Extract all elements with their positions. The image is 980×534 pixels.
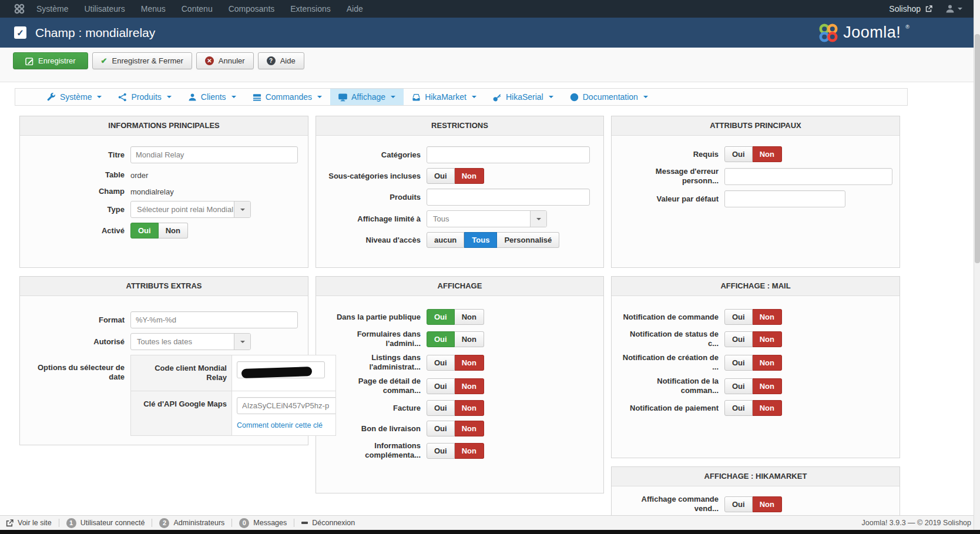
logout-link[interactable]: Déconnexion xyxy=(301,519,355,527)
cancel-button[interactable]: ✕ Annuler xyxy=(196,52,254,69)
non-button[interactable]: Non xyxy=(455,421,484,436)
tab-commandes[interactable]: Commandes xyxy=(244,89,330,105)
non-button[interactable]: Non xyxy=(455,378,484,394)
save-button[interactable]: Enregistrer xyxy=(13,52,88,69)
autorise-select[interactable]: Toutes les dates xyxy=(130,333,251,350)
chevron-down-icon xyxy=(958,8,962,10)
field-label: Type xyxy=(26,205,130,214)
panel-title: ATTRIBUTS PRINCIPAUX xyxy=(612,116,900,136)
oui-button[interactable]: Oui xyxy=(724,331,753,347)
menu-aide[interactable]: Aide xyxy=(347,4,363,14)
non-button[interactable]: Non xyxy=(455,355,484,371)
panel-title: RESTRICTIONS xyxy=(316,116,603,136)
panel-title: AFFICHAGE : MAIL xyxy=(612,277,900,296)
oui-button[interactable]: Oui xyxy=(724,378,753,394)
user-menu[interactable] xyxy=(945,4,962,14)
tab-hikaserial[interactable]: HikaSerial xyxy=(485,89,562,105)
oui-button[interactable]: Oui xyxy=(724,309,753,325)
personnalise-button[interactable]: Personnalisé xyxy=(497,232,559,248)
tab-affichage[interactable]: Affichage xyxy=(330,89,404,105)
tab-clients[interactable]: Clients xyxy=(180,89,244,105)
non-button[interactable]: Non xyxy=(753,355,782,371)
categories-input[interactable] xyxy=(427,146,590,163)
oui-non-toggle: Oui Non xyxy=(724,378,782,394)
help-button[interactable]: ? Aide xyxy=(258,52,304,69)
non-button[interactable]: Non xyxy=(753,400,782,416)
field-row-date-options: Options du sélecteur de date Code client… xyxy=(26,355,302,436)
oui-button[interactable]: Oui xyxy=(427,355,455,371)
page-header: ✓ Champ : mondialrelay Joomla! ® xyxy=(0,18,980,48)
non-button[interactable]: Non xyxy=(753,496,782,512)
field-row-niveau-acces: Niveau d'accès aucun Tous Personnalisé xyxy=(322,232,598,248)
oui-non-toggle: Oui Non xyxy=(427,421,484,436)
scrollbar-thumb[interactable] xyxy=(975,34,980,263)
table-row: Clé d'API Google Maps Comment obtenir ce… xyxy=(131,391,335,435)
oui-non-toggle: Oui Non xyxy=(724,309,782,325)
type-select[interactable]: Sélecteur point relai Mondial ... xyxy=(130,201,251,218)
users-label: Utilisateur connecté xyxy=(80,519,145,527)
vertical-scrollbar[interactable] xyxy=(974,0,980,530)
produits-input[interactable] xyxy=(427,189,590,206)
cancel-label: Annuler xyxy=(219,56,245,65)
non-button[interactable]: Non xyxy=(455,309,484,325)
oui-button[interactable]: Oui xyxy=(427,421,455,436)
non-button[interactable]: Non xyxy=(753,146,782,162)
view-site-link[interactable]: Voir le site xyxy=(6,519,52,527)
oui-button[interactable]: Oui xyxy=(427,168,455,184)
tab-documentation[interactable]: Documentation xyxy=(562,89,656,105)
non-button[interactable]: Non xyxy=(753,331,782,347)
logout-icon xyxy=(301,522,308,524)
menu-systeme[interactable]: Système xyxy=(36,4,68,14)
tous-button[interactable]: Tous xyxy=(464,232,497,248)
tab-hikamarket[interactable]: HikaMarket xyxy=(404,89,485,105)
non-button[interactable]: Non xyxy=(455,168,484,184)
limite-select[interactable]: Tous xyxy=(427,210,547,227)
field-row-titre: Titre xyxy=(26,146,302,163)
menu-menus[interactable]: Menus xyxy=(141,4,166,14)
non-button[interactable]: Non xyxy=(455,400,484,416)
non-button[interactable]: Non xyxy=(753,309,782,325)
connected-users[interactable]: 1 Utilisateur connecté xyxy=(66,518,145,528)
non-button[interactable]: Non xyxy=(753,378,782,394)
non-button[interactable]: Non xyxy=(159,223,188,239)
key-icon xyxy=(493,93,502,102)
top-admin-bar: Système Utilisateurs Menus Contenu Compo… xyxy=(0,0,980,18)
menu-contenu[interactable]: Contenu xyxy=(182,4,213,14)
titre-input[interactable] xyxy=(130,146,298,163)
select-caret xyxy=(530,211,546,227)
oui-button[interactable]: Oui xyxy=(427,309,455,325)
oui-button[interactable]: Oui xyxy=(427,331,455,347)
messages[interactable]: 0 Messages xyxy=(239,518,287,528)
field-row-affichage-limite: Affichage limité à Tous xyxy=(322,210,598,227)
aucun-button[interactable]: aucun xyxy=(427,232,464,248)
get-key-link[interactable]: Comment obtenir cette clé xyxy=(237,421,335,429)
site-preview-link[interactable]: Solishop xyxy=(889,4,921,14)
non-button[interactable]: Non xyxy=(455,331,484,347)
save-close-button[interactable]: ✔ Enregistrer & Fermer xyxy=(92,52,192,69)
tab-produits[interactable]: Produits xyxy=(110,89,179,105)
oui-button[interactable]: Oui xyxy=(724,400,753,416)
oui-button[interactable]: Oui xyxy=(427,400,455,416)
menu-utilisateurs[interactable]: Utilisateurs xyxy=(84,4,125,14)
oui-button[interactable]: Oui xyxy=(427,378,455,394)
orders-list-icon xyxy=(253,93,261,102)
oui-button[interactable]: Oui xyxy=(130,223,159,239)
menu-composants[interactable]: Composants xyxy=(229,4,275,14)
field-label: Dans la partie publique xyxy=(322,313,427,322)
oui-button[interactable]: Oui xyxy=(724,146,753,162)
google-maps-key-input[interactable] xyxy=(237,397,335,414)
tab-label: Documentation xyxy=(583,92,638,102)
non-button[interactable]: Non xyxy=(455,443,484,459)
valeur-defaut-input[interactable] xyxy=(724,190,845,207)
oui-button[interactable]: Oui xyxy=(724,355,753,371)
menu-extensions[interactable]: Extensions xyxy=(290,4,330,14)
messages-count-badge: 0 xyxy=(239,518,249,528)
field-row: Notification de commande Oui Non xyxy=(617,309,894,325)
oui-button[interactable]: Oui xyxy=(724,496,753,512)
panel-informations-principales: INFORMATIONS PRINCIPALES Titre Table ord… xyxy=(19,116,308,268)
message-erreur-input[interactable] xyxy=(724,168,892,185)
administrators[interactable]: 2 Administrateurs xyxy=(159,518,224,528)
format-input[interactable] xyxy=(130,311,298,328)
oui-button[interactable]: Oui xyxy=(427,443,455,459)
tab-systeme[interactable]: Système xyxy=(39,89,110,105)
